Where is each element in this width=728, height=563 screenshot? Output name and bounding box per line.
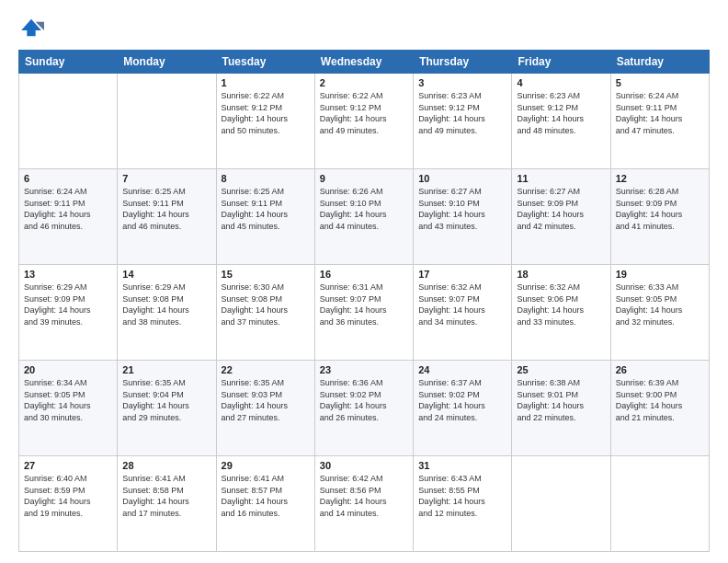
- calendar-cell: 7Sunrise: 6:25 AM Sunset: 9:11 PM Daylig…: [118, 169, 216, 265]
- day-number: 14: [122, 269, 210, 280]
- day-number: 11: [517, 173, 605, 184]
- day-info: Sunrise: 6:32 AM Sunset: 9:06 PM Dayligh…: [517, 282, 605, 327]
- day-info: Sunrise: 6:39 AM Sunset: 9:00 PM Dayligh…: [616, 377, 704, 423]
- day-info: Sunrise: 6:34 AM Sunset: 9:05 PM Dayligh…: [24, 377, 112, 423]
- day-number: 8: [222, 173, 310, 184]
- calendar-cell: 28Sunrise: 6:41 AM Sunset: 8:58 PM Dayli…: [118, 456, 216, 552]
- day-info: Sunrise: 6:32 AM Sunset: 9:07 PM Dayligh…: [418, 282, 506, 327]
- day-info: Sunrise: 6:43 AM Sunset: 8:55 PM Dayligh…: [418, 473, 506, 519]
- calendar-cell: 30Sunrise: 6:42 AM Sunset: 8:56 PM Dayli…: [314, 456, 413, 552]
- col-header-wednesday: Wednesday: [314, 51, 413, 74]
- day-number: 19: [616, 269, 704, 280]
- calendar-cell: 3Sunrise: 6:23 AM Sunset: 9:12 PM Daylig…: [414, 74, 512, 169]
- calendar-cell: 24Sunrise: 6:37 AM Sunset: 9:02 PM Dayli…: [414, 361, 512, 456]
- day-info: Sunrise: 6:37 AM Sunset: 9:02 PM Dayligh…: [418, 377, 506, 423]
- calendar-cell: 2Sunrise: 6:22 AM Sunset: 9:12 PM Daylig…: [314, 74, 413, 169]
- calendar-cell: 21Sunrise: 6:35 AM Sunset: 9:04 PM Dayli…: [118, 361, 216, 456]
- day-info: Sunrise: 6:29 AM Sunset: 9:08 PM Dayligh…: [122, 282, 210, 327]
- day-number: 4: [517, 77, 605, 88]
- calendar-cell: 4Sunrise: 6:23 AM Sunset: 9:12 PM Daylig…: [512, 74, 610, 169]
- calendar-week-1: 1Sunrise: 6:22 AM Sunset: 9:12 PM Daylig…: [19, 74, 710, 169]
- day-info: Sunrise: 6:28 AM Sunset: 9:09 PM Dayligh…: [616, 186, 704, 232]
- day-info: Sunrise: 6:23 AM Sunset: 9:12 PM Dayligh…: [418, 90, 506, 136]
- day-info: Sunrise: 6:29 AM Sunset: 9:09 PM Dayligh…: [24, 282, 112, 327]
- calendar-cell: 20Sunrise: 6:34 AM Sunset: 9:05 PM Dayli…: [19, 361, 118, 456]
- day-number: 12: [616, 173, 704, 184]
- day-info: Sunrise: 6:42 AM Sunset: 8:56 PM Dayligh…: [320, 473, 408, 519]
- day-number: 3: [418, 77, 506, 88]
- day-info: Sunrise: 6:26 AM Sunset: 9:10 PM Dayligh…: [320, 186, 408, 232]
- day-info: Sunrise: 6:41 AM Sunset: 8:58 PM Dayligh…: [122, 473, 210, 519]
- calendar-cell: 16Sunrise: 6:31 AM Sunset: 9:07 PM Dayli…: [314, 265, 413, 361]
- calendar-cell: 27Sunrise: 6:40 AM Sunset: 8:59 PM Dayli…: [19, 456, 118, 552]
- calendar-table: SundayMondayTuesdayWednesdayThursdayFrid…: [18, 50, 710, 552]
- day-number: 6: [24, 173, 112, 184]
- col-header-tuesday: Tuesday: [216, 51, 314, 74]
- calendar-cell: 14Sunrise: 6:29 AM Sunset: 9:08 PM Dayli…: [118, 265, 216, 361]
- day-info: Sunrise: 6:40 AM Sunset: 8:59 PM Dayligh…: [24, 473, 112, 519]
- day-number: 18: [517, 269, 605, 280]
- day-number: 31: [418, 460, 506, 471]
- col-header-monday: Monday: [118, 51, 216, 74]
- day-number: 9: [320, 173, 408, 184]
- col-header-sunday: Sunday: [19, 51, 118, 74]
- calendar-header-row: SundayMondayTuesdayWednesdayThursdayFrid…: [19, 51, 710, 74]
- calendar-cell: 25Sunrise: 6:38 AM Sunset: 9:01 PM Dayli…: [512, 361, 610, 456]
- col-header-friday: Friday: [512, 51, 610, 74]
- calendar-week-3: 13Sunrise: 6:29 AM Sunset: 9:09 PM Dayli…: [19, 265, 710, 361]
- day-number: 26: [616, 364, 704, 375]
- calendar-cell: 6Sunrise: 6:24 AM Sunset: 9:11 PM Daylig…: [19, 169, 118, 265]
- day-info: Sunrise: 6:38 AM Sunset: 9:01 PM Dayligh…: [517, 377, 605, 423]
- day-number: 21: [122, 364, 210, 375]
- day-number: 1: [222, 77, 310, 88]
- day-number: 24: [418, 364, 506, 375]
- day-number: 15: [222, 269, 310, 280]
- calendar-cell: 11Sunrise: 6:27 AM Sunset: 9:09 PM Dayli…: [512, 169, 610, 265]
- day-number: 25: [517, 364, 605, 375]
- day-info: Sunrise: 6:35 AM Sunset: 9:04 PM Dayligh…: [122, 377, 210, 423]
- day-info: Sunrise: 6:24 AM Sunset: 9:11 PM Dayligh…: [24, 186, 112, 232]
- calendar-cell: 23Sunrise: 6:36 AM Sunset: 9:02 PM Dayli…: [314, 361, 413, 456]
- header: [18, 15, 710, 40]
- day-number: 17: [418, 269, 506, 280]
- calendar-cell: 9Sunrise: 6:26 AM Sunset: 9:10 PM Daylig…: [314, 169, 413, 265]
- calendar-cell: 5Sunrise: 6:24 AM Sunset: 9:11 PM Daylig…: [610, 74, 709, 169]
- page: SundayMondayTuesdayWednesdayThursdayFrid…: [0, 0, 728, 563]
- day-info: Sunrise: 6:30 AM Sunset: 9:08 PM Dayligh…: [222, 282, 310, 327]
- day-info: Sunrise: 6:35 AM Sunset: 9:03 PM Dayligh…: [222, 377, 310, 423]
- calendar-cell: [610, 456, 709, 552]
- calendar-cell: 13Sunrise: 6:29 AM Sunset: 9:09 PM Dayli…: [19, 265, 118, 361]
- day-number: 16: [320, 269, 408, 280]
- day-number: 7: [122, 173, 210, 184]
- calendar-cell: [19, 74, 118, 169]
- day-number: 23: [320, 364, 408, 375]
- calendar-cell: 10Sunrise: 6:27 AM Sunset: 9:10 PM Dayli…: [414, 169, 512, 265]
- day-info: Sunrise: 6:31 AM Sunset: 9:07 PM Dayligh…: [320, 282, 408, 327]
- calendar-cell: 15Sunrise: 6:30 AM Sunset: 9:08 PM Dayli…: [216, 265, 314, 361]
- day-number: 27: [24, 460, 112, 471]
- day-number: 5: [616, 77, 704, 88]
- day-info: Sunrise: 6:36 AM Sunset: 9:02 PM Dayligh…: [320, 377, 408, 423]
- day-number: 22: [222, 364, 310, 375]
- logo-icon: [18, 15, 44, 40]
- day-info: Sunrise: 6:22 AM Sunset: 9:12 PM Dayligh…: [320, 90, 408, 136]
- day-info: Sunrise: 6:25 AM Sunset: 9:11 PM Dayligh…: [222, 186, 310, 232]
- day-number: 2: [320, 77, 408, 88]
- logo: [18, 15, 48, 40]
- day-number: 10: [418, 173, 506, 184]
- day-number: 30: [320, 460, 408, 471]
- day-info: Sunrise: 6:23 AM Sunset: 9:12 PM Dayligh…: [517, 90, 605, 136]
- col-header-thursday: Thursday: [414, 51, 512, 74]
- calendar-cell: 1Sunrise: 6:22 AM Sunset: 9:12 PM Daylig…: [216, 74, 314, 169]
- calendar-cell: 31Sunrise: 6:43 AM Sunset: 8:55 PM Dayli…: [414, 456, 512, 552]
- day-info: Sunrise: 6:25 AM Sunset: 9:11 PM Dayligh…: [122, 186, 210, 232]
- calendar-cell: 29Sunrise: 6:41 AM Sunset: 8:57 PM Dayli…: [216, 456, 314, 552]
- day-info: Sunrise: 6:22 AM Sunset: 9:12 PM Dayligh…: [222, 90, 310, 136]
- day-number: 20: [24, 364, 112, 375]
- calendar-cell: 18Sunrise: 6:32 AM Sunset: 9:06 PM Dayli…: [512, 265, 610, 361]
- day-info: Sunrise: 6:27 AM Sunset: 9:09 PM Dayligh…: [517, 186, 605, 232]
- calendar-cell: 12Sunrise: 6:28 AM Sunset: 9:09 PM Dayli…: [610, 169, 709, 265]
- calendar-week-2: 6Sunrise: 6:24 AM Sunset: 9:11 PM Daylig…: [19, 169, 710, 265]
- calendar-cell: [118, 74, 216, 169]
- day-number: 29: [222, 460, 310, 471]
